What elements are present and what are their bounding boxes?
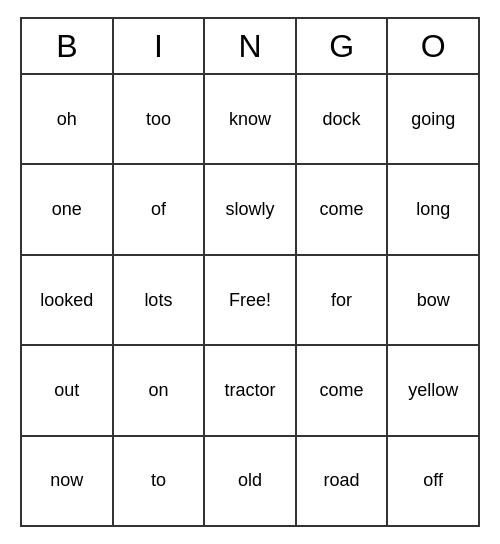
bingo-row-3: outontractorcomeyellow <box>22 346 478 436</box>
bingo-cell-2-2: Free! <box>205 256 297 344</box>
bingo-cell-4-1: to <box>114 437 206 525</box>
bingo-cell-4-2: old <box>205 437 297 525</box>
bingo-cell-2-0: looked <box>22 256 114 344</box>
bingo-cell-0-0: oh <box>22 75 114 163</box>
bingo-cell-3-0: out <box>22 346 114 434</box>
header-letter-i: I <box>114 19 206 73</box>
bingo-cell-3-4: yellow <box>388 346 478 434</box>
bingo-cell-4-3: road <box>297 437 389 525</box>
bingo-row-4: nowtooldroadoff <box>22 437 478 525</box>
bingo-cell-2-4: bow <box>388 256 478 344</box>
bingo-cell-1-0: one <box>22 165 114 253</box>
bingo-cell-0-4: going <box>388 75 478 163</box>
header-letter-n: N <box>205 19 297 73</box>
bingo-cell-1-4: long <box>388 165 478 253</box>
bingo-cell-1-3: come <box>297 165 389 253</box>
bingo-cell-3-2: tractor <box>205 346 297 434</box>
bingo-cell-3-3: come <box>297 346 389 434</box>
header-letter-b: B <box>22 19 114 73</box>
bingo-cell-0-2: know <box>205 75 297 163</box>
bingo-row-1: oneofslowlycomelong <box>22 165 478 255</box>
bingo-cell-4-0: now <box>22 437 114 525</box>
bingo-cell-2-1: lots <box>114 256 206 344</box>
bingo-cell-1-2: slowly <box>205 165 297 253</box>
bingo-cell-0-3: dock <box>297 75 389 163</box>
bingo-cell-4-4: off <box>388 437 478 525</box>
header-letter-o: O <box>388 19 478 73</box>
bingo-cell-3-1: on <box>114 346 206 434</box>
bingo-header: BINGO <box>22 19 478 75</box>
bingo-row-0: ohtooknowdockgoing <box>22 75 478 165</box>
bingo-cell-1-1: of <box>114 165 206 253</box>
bingo-cell-0-1: too <box>114 75 206 163</box>
bingo-card: BINGO ohtooknowdockgoingoneofslowlycomel… <box>20 17 480 527</box>
bingo-cell-2-3: for <box>297 256 389 344</box>
header-letter-g: G <box>297 19 389 73</box>
bingo-body: ohtooknowdockgoingoneofslowlycomelongloo… <box>22 75 478 525</box>
bingo-row-2: lookedlotsFree!forbow <box>22 256 478 346</box>
